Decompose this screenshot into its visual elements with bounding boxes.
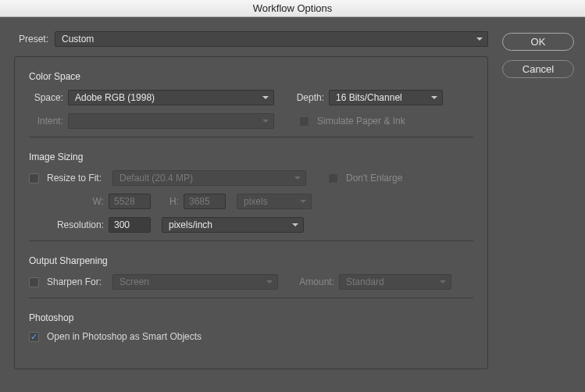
cancel-label: Cancel	[523, 63, 554, 75]
size-unit-value: pixels	[244, 196, 268, 207]
photoshop-group: Photoshop Open in Photoshop as Smart Obj…	[29, 312, 473, 342]
image-sizing-title: Image Sizing	[29, 151, 473, 162]
main-panel: Color Space Space: Adobe RGB (1998) Dept…	[14, 56, 488, 369]
depth-value: 16 Bits/Channel	[336, 92, 402, 103]
width-input: 5528	[109, 194, 151, 209]
separator	[29, 137, 473, 137]
dont-enlarge-label: Don't Enlarge	[346, 173, 402, 184]
color-space-title: Color Space	[29, 71, 473, 82]
resize-select: Default (20.4 MP)	[112, 170, 306, 186]
content-area: Preset: Custom Color Space Space: Adobe …	[0, 17, 585, 369]
image-sizing-group: Image Sizing Resize to Fit: Default (20.…	[29, 151, 473, 233]
resolution-value: 300	[114, 219, 130, 230]
resize-checkbox[interactable]	[29, 173, 39, 184]
right-column: OK Cancel	[502, 31, 574, 369]
amount-value: Standard	[346, 276, 384, 287]
sharpen-for-label: Sharpen For:	[47, 276, 108, 287]
ok-button[interactable]: OK	[502, 33, 574, 51]
intent-select	[68, 113, 274, 129]
color-space-group: Color Space Space: Adobe RGB (1998) Dept…	[29, 71, 473, 129]
preset-label: Preset:	[14, 34, 48, 45]
height-value: 3685	[189, 196, 210, 207]
preset-select[interactable]: Custom	[55, 31, 488, 47]
size-unit-select: pixels	[237, 194, 312, 209]
photoshop-title: Photoshop	[29, 312, 473, 323]
sharpen-checkbox[interactable]	[29, 277, 39, 287]
preset-row: Preset: Custom	[14, 31, 488, 47]
resize-value: Default (20.4 MP)	[119, 173, 193, 184]
resolution-label: Resolution:	[52, 219, 104, 230]
height-input: 3685	[184, 194, 226, 209]
w-label: W:	[87, 196, 104, 207]
titlebar: Workflow Options	[0, 0, 585, 17]
sharpen-group: Output Sharpening Sharpen For: Screen Am…	[29, 255, 473, 290]
amount-select: Standard	[339, 274, 451, 290]
space-select[interactable]: Adobe RGB (1998)	[68, 90, 274, 105]
separator	[29, 241, 473, 241]
depth-label: Depth:	[284, 92, 324, 103]
amount-label: Amount:	[289, 276, 334, 287]
depth-select[interactable]: 16 Bits/Channel	[329, 90, 443, 105]
sharpen-for-value: Screen	[119, 276, 149, 287]
space-value: Adobe RGB (1998)	[75, 92, 155, 103]
h-label: H:	[162, 196, 179, 207]
resize-label: Resize to Fit:	[47, 173, 108, 184]
ok-label: OK	[531, 36, 546, 48]
cancel-button[interactable]: Cancel	[502, 60, 574, 78]
sharpen-for-select: Screen	[112, 274, 278, 290]
resolution-unit-select[interactable]: pixels/inch	[162, 217, 304, 233]
intent-label: Intent:	[29, 116, 63, 127]
left-column: Preset: Custom Color Space Space: Adobe …	[14, 31, 488, 369]
smart-objects-label: Open in Photoshop as Smart Objects	[47, 331, 202, 342]
resolution-input[interactable]: 300	[109, 217, 151, 233]
simulate-checkbox	[299, 116, 309, 127]
dont-enlarge-checkbox	[328, 173, 338, 184]
sharpen-title: Output Sharpening	[29, 255, 473, 266]
separator	[29, 298, 473, 298]
simulate-label: Simulate Paper & Ink	[317, 116, 405, 127]
window-title: Workflow Options	[253, 2, 333, 14]
preset-value: Custom	[62, 34, 94, 45]
smart-objects-checkbox[interactable]	[29, 332, 39, 342]
resolution-unit-value: pixels/inch	[169, 219, 212, 230]
space-label: Space:	[29, 92, 63, 103]
width-value: 5528	[114, 196, 135, 207]
